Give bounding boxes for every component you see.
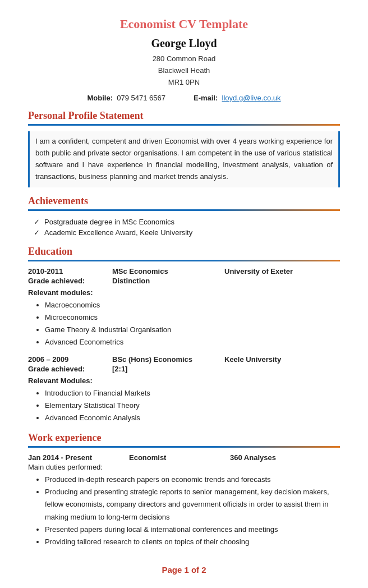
edu-grade-row-1: Grade achieved: Distinction (28, 277, 340, 285)
cv-template-title: Economist CV Template (28, 17, 340, 31)
candidate-name: George Lloyd (28, 37, 340, 50)
module-item: Introduction to Financial Markets (45, 387, 340, 399)
edu-grade-label-2: Grade achieved: (28, 365, 112, 373)
achievement-item: Postgraduate degree in MSc Economics (34, 217, 340, 227)
work-dates-1: Jan 2014 - Present (28, 453, 129, 462)
work-employer-1: 360 Analyses (230, 453, 340, 462)
address-line2: Blackwell Heath (158, 66, 210, 75)
edu-grade-value-1: Distinction (112, 277, 224, 285)
edu-row-2: 2006 – 2009 BSc (Hons) Economics Keele U… (28, 355, 340, 364)
work-experience-divider (28, 446, 340, 448)
edu-degree-2: BSc (Hons) Economics (112, 355, 224, 364)
duty-item: Providing tailored research to clients o… (45, 536, 340, 548)
achievements-divider (28, 209, 340, 211)
personal-profile-divider (28, 124, 340, 126)
work-title-1: Economist (129, 453, 230, 462)
mobile-value: 079 5471 6567 (117, 94, 165, 102)
mobile-label: Mobile: (87, 94, 113, 102)
education-heading: Education (28, 246, 340, 258)
edu-grade-label-1: Grade achieved: (28, 277, 112, 285)
duty-item: Produced in-depth research papers on eco… (45, 474, 340, 486)
duty-item: Producing and presenting strategic repor… (45, 486, 340, 523)
contact-row: Mobile: 079 5471 6567 E-mail: lloyd.g@li… (28, 94, 340, 102)
personal-profile-text: I am a confident, competent and driven E… (28, 131, 340, 187)
edu-modules-2: Introduction to Financial Markets Elemen… (28, 387, 340, 424)
education-divider (28, 260, 340, 261)
work-experience-heading: Work experience (28, 432, 340, 444)
edu-dates-1: 2010-2011 (28, 267, 112, 275)
email-link[interactable]: lloyd.g@live.co.uk (222, 94, 281, 102)
candidate-address: 280 Common Road Blackwell Heath MR1 0PN (28, 53, 340, 88)
work-row-1: Jan 2014 - Present Economist 360 Analyse… (28, 453, 340, 462)
education-entry-2: 2006 – 2009 BSc (Hons) Economics Keele U… (28, 355, 340, 424)
module-item: Macroeconomics (45, 299, 340, 311)
edu-institution-1: University of Exeter (224, 267, 340, 275)
personal-profile-heading: Personal Profile Statement (28, 110, 340, 122)
address-line3: MR1 0PN (168, 78, 200, 86)
module-item: Elementary Statistical Theory (45, 399, 340, 412)
mobile-info: Mobile: 079 5471 6567 (87, 94, 165, 102)
duties-list-1: Produced in-depth research papers on eco… (28, 474, 340, 548)
edu-relevant-label-1: Relevant modules: (28, 288, 340, 297)
edu-row-1: 2010-2011 MSc Economics University of Ex… (28, 267, 340, 275)
edu-institution-2: Keele University (224, 355, 340, 364)
module-item: Game Theory & Industrial Organisation (45, 324, 340, 336)
email-info: E-mail: lloyd.g@live.co.uk (194, 94, 281, 102)
email-label: E-mail: (194, 94, 218, 102)
work-entry-1: Jan 2014 - Present Economist 360 Analyse… (28, 453, 340, 548)
achievements-heading: Achievements (28, 195, 340, 207)
education-entry-1: 2010-2011 MSc Economics University of Ex… (28, 267, 340, 348)
edu-degree-1: MSc Economics (112, 267, 224, 275)
duty-item: Presented papers during local & internat… (45, 523, 340, 536)
edu-dates-2: 2006 – 2009 (28, 355, 112, 364)
module-item: Advanced Economic Analysis (45, 412, 340, 424)
edu-relevant-label-2: Relevant Modules: (28, 376, 340, 385)
address-line1: 280 Common Road (153, 54, 216, 63)
page-indicator: Page 1 of 2 (28, 559, 340, 575)
module-item: Advanced Econometrics (45, 336, 340, 348)
edu-grade-value-2: [2:1] (112, 365, 224, 373)
edu-grade-row-2: Grade achieved: [2:1] (28, 365, 340, 373)
edu-modules-1: Macroeconomics Microeconomics Game Theor… (28, 299, 340, 348)
achievement-item: Academic Excellence Award, Keele Univers… (34, 227, 340, 238)
module-item: Microeconomics (45, 311, 340, 324)
achievements-list: Postgraduate degree in MSc Economics Aca… (28, 217, 340, 238)
duties-label-1: Main duties performed: (28, 463, 340, 471)
